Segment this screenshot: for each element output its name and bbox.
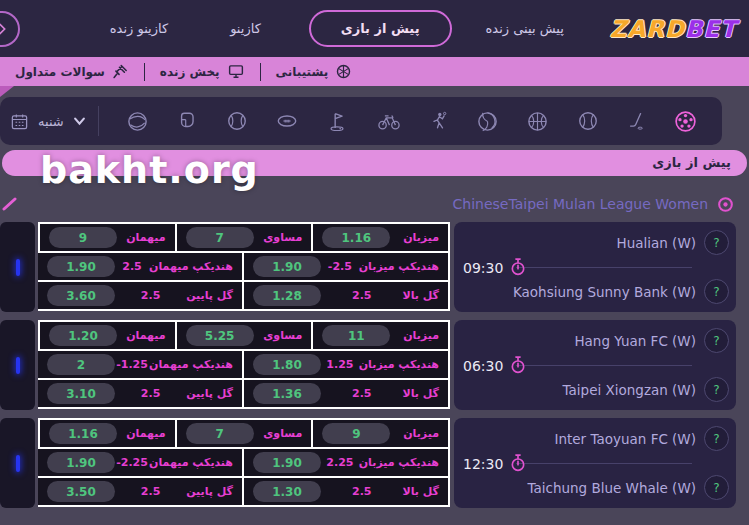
match-info-button[interactable] <box>0 222 35 312</box>
away-team-name: Kaohsiung Sunny Bank (W) <box>513 284 696 300</box>
sport-hockey[interactable] <box>626 110 646 133</box>
nav-casino[interactable]: کازینو <box>230 21 261 36</box>
info-bar-icon <box>16 259 20 276</box>
stopwatch-icon <box>508 257 528 278</box>
nav-live-betting[interactable]: پیش بینی زنده <box>486 21 564 36</box>
odds-label-under: گل پایین <box>186 485 233 498</box>
away-team-name: Taipei Xiongzan (W) <box>563 382 696 398</box>
sport-boxing[interactable] <box>177 110 199 132</box>
sport-baseball[interactable] <box>226 110 248 132</box>
odds-button-under[interactable]: 3.60 <box>47 285 115 306</box>
sport-tennis[interactable] <box>577 110 599 132</box>
odds-button-draw[interactable]: 7 <box>186 227 254 248</box>
sport-golf[interactable] <box>326 110 348 133</box>
collapse-chevron-icon[interactable] <box>2 196 18 212</box>
chevron-down-icon <box>73 116 86 127</box>
live-stream-link[interactable]: پخش زنده <box>145 63 260 80</box>
team-badge: ? <box>704 328 729 353</box>
odds-label-guest: میهمان <box>126 427 165 440</box>
odds-button-host-handicap[interactable]: 1.90 <box>253 452 321 473</box>
odds-button-under[interactable]: 3.10 <box>47 383 115 404</box>
live-stream-label: پخش زنده <box>160 65 220 79</box>
match-time: 12:30 <box>463 455 503 471</box>
odds-cell-draw: مساوی 7 <box>175 418 314 449</box>
baseball-icon <box>226 110 248 132</box>
handicap-line: -2.5 <box>328 260 352 273</box>
support-link[interactable]: پشتیبانی <box>261 63 368 80</box>
odds-button-host-handicap[interactable]: 1.80 <box>253 354 321 375</box>
nav-live-casino[interactable]: کازینو زنده <box>110 21 168 36</box>
odds-button-draw[interactable]: 7 <box>186 423 254 444</box>
odds-label-guest-handicap: هندیکپ میهمان <box>149 358 233 371</box>
odds-button-draw[interactable]: 5.25 <box>186 325 254 346</box>
league-header[interactable]: ChineseTaipei Mulan League Women <box>0 192 749 216</box>
odds-button-guest-handicap[interactable]: 1.90 <box>47 452 115 473</box>
odds-label-draw: مساوی <box>263 329 302 342</box>
date-selector[interactable]: شنبه <box>0 112 94 131</box>
divider <box>516 365 692 366</box>
team-badge: ? <box>704 377 729 402</box>
odds-button-guest-handicap[interactable]: 2 <box>47 354 115 375</box>
odds-button-over[interactable]: 1.36 <box>253 383 321 404</box>
match-row: میزبان 1.16 مساوی 7 میهمان 9 هندیکپ میزب… <box>0 222 749 312</box>
match-card[interactable]: ? Hualian (W) ? Kaohsiung Sunny Bank (W)… <box>454 222 736 312</box>
badge-question-icon: ? <box>713 383 719 397</box>
odds-label-guest-handicap: هندیکپ میهمان <box>149 456 233 469</box>
team-badge: ? <box>704 475 729 500</box>
odds-button-over[interactable]: 1.30 <box>253 481 321 502</box>
away-team-row: ? Kaohsiung Sunny Bank (W) <box>513 279 729 304</box>
handball-player-icon <box>429 109 449 133</box>
match-card[interactable]: ? Hang Yuan FC (W) ? Taipei Xiongzan (W)… <box>454 320 736 410</box>
sport-handball[interactable] <box>429 109 449 133</box>
odds-cell-host: میزبان 11 <box>311 320 450 351</box>
match-time: 09:30 <box>463 259 503 275</box>
away-team-row: ? Taipei Xiongzan (W) <box>563 377 729 402</box>
support-ball-icon <box>335 63 352 80</box>
home-team-row: ? Hang Yuan FC (W) <box>574 328 729 353</box>
sport-beach-ball[interactable] <box>126 110 149 133</box>
odds-button-guest[interactable]: 1.20 <box>49 325 117 346</box>
goal-line: 2.5 <box>352 289 372 302</box>
odds-button-host-handicap[interactable]: 1.90 <box>253 256 321 277</box>
match-card[interactable]: ? Inter Taoyuan FC (W) ? Taichung Blue W… <box>454 418 736 508</box>
odds-button-guest[interactable]: 9 <box>49 227 117 248</box>
match-info-button[interactable] <box>0 418 35 508</box>
match-row: میزبان 11 مساوی 5.25 میهمان 1.20 هندیکپ … <box>0 320 749 410</box>
divider <box>98 106 99 136</box>
sport-soccer-active[interactable] <box>673 109 698 134</box>
beach-ball-icon <box>126 110 149 133</box>
monitor-icon <box>227 63 245 80</box>
odds-button-host[interactable]: 11 <box>322 325 390 346</box>
sport-cycling[interactable] <box>376 110 402 132</box>
sport-basketball[interactable] <box>526 110 549 133</box>
odds-label-draw: مساوی <box>263 427 302 440</box>
day-label: شنبه <box>38 114 64 129</box>
sport-volleyball[interactable] <box>476 110 499 133</box>
odds-cell-guest-handicap: هندیکپ میهمان -2.25 1.90 <box>38 447 244 478</box>
handicap-line: -1.25 <box>116 358 148 371</box>
odds-button-guest[interactable]: 1.16 <box>49 423 117 444</box>
handicap-line: -2.25 <box>116 456 148 469</box>
goal-line: 2.5 <box>141 485 161 498</box>
sport-american-football[interactable] <box>275 110 299 132</box>
nav-prematch-active[interactable]: پیش از بازی <box>309 10 452 47</box>
odds-button-under[interactable]: 3.50 <box>47 481 115 502</box>
odds-cell-host-handicap: هندیکپ میزبان 1.25 1.80 <box>242 349 450 380</box>
odds-cell-guest-handicap: هندیکپ میهمان 2.5 1.90 <box>38 251 244 282</box>
odds-cell-under: گل پایین 2.5 3.50 <box>38 476 244 507</box>
divider <box>144 63 145 81</box>
odds-button-guest-handicap[interactable]: 1.90 <box>47 256 115 277</box>
golf-flag-icon <box>326 110 348 133</box>
brand-logo[interactable]: ZARDBET <box>610 16 737 42</box>
odds-button-host[interactable]: 1.16 <box>322 227 390 248</box>
odds-button-host[interactable]: 9 <box>322 423 390 444</box>
odds-label-host-handicap: هندیکپ میزبان <box>359 358 439 371</box>
divider <box>260 63 261 81</box>
match-info-button[interactable] <box>0 320 35 410</box>
goal-line: 2.5 <box>141 289 161 302</box>
divider <box>516 267 692 268</box>
nav-scroll-arrow-button[interactable] <box>0 11 20 47</box>
odds-button-over[interactable]: 1.28 <box>253 285 321 306</box>
watermark-text: bakht.org <box>40 148 259 192</box>
faq-link[interactable]: سوالات متداول <box>0 63 144 80</box>
